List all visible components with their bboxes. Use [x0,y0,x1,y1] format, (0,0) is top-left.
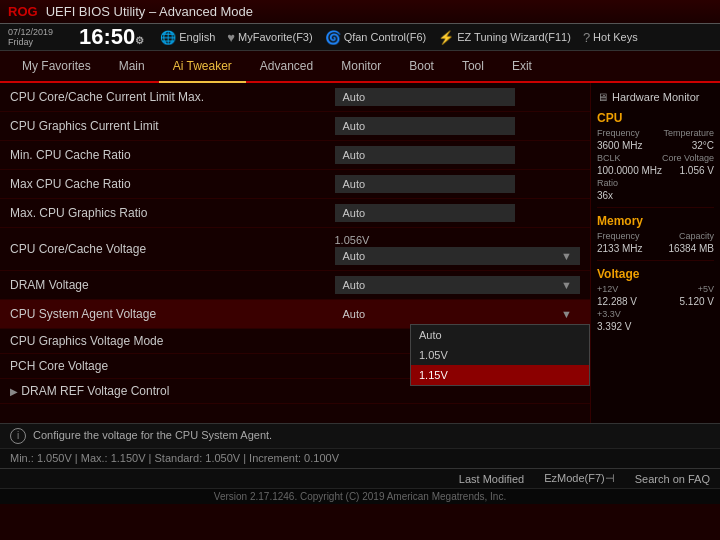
nav-tool[interactable]: Tool [448,51,498,81]
title-text: UEFI BIOS Utility – Advanced Mode [46,4,253,19]
qfan-button[interactable]: 🌀 Qfan Control(F6) [325,30,427,45]
language-selector[interactable]: 🌐 English [160,30,215,45]
dram-voltage-dropdown[interactable]: Auto ▼ [335,276,581,294]
table-row[interactable]: CPU System Agent Voltage Auto ▼ Auto 1.0… [0,300,590,329]
cpu-ratio-value: 36x [597,190,613,201]
setting-label: CPU Core/Cache Current Limit Max. [0,83,325,112]
hw-monitor-label: Hardware Monitor [612,91,699,103]
setting-label: Max. CPU Graphics Ratio [0,199,325,228]
title-bar: ROG UEFI BIOS Utility – Advanced Mode [0,0,720,24]
chevron-down-icon: ▼ [561,279,572,291]
cpu-temp-label: Temperature [663,128,714,138]
setting-label: CPU Graphics Current Limit [0,112,325,141]
ez-tuning-label: EZ Tuning Wizard(F11) [457,31,571,43]
voltage-extra: 1.056V [335,234,370,246]
nav-bar: My Favorites Main Ai Tweaker Advanced Mo… [0,51,720,83]
description-bar: i Configure the voltage for the CPU Syst… [0,423,720,448]
dropdown-selected: Auto [343,308,366,320]
setting-value: Auto ▼ [325,271,591,300]
mem-cap-value: 16384 MB [668,243,714,254]
hot-keys-label: Hot Keys [593,31,638,43]
clock-gear-icon[interactable]: ⚙ [135,35,144,46]
nav-my-favorites[interactable]: My Favorites [8,51,105,81]
setting-value: Auto [325,199,591,228]
v5-value: 5.120 V [680,296,714,307]
nav-advanced[interactable]: Advanced [246,51,327,81]
nav-monitor[interactable]: Monitor [327,51,395,81]
v12-value: 12.288 V [597,296,637,307]
cpu-core-v-label: Core Voltage [662,153,714,163]
nav-exit[interactable]: Exit [498,51,546,81]
divider [597,260,714,261]
qfan-icon: 🌀 [325,30,341,45]
mem-cap-label: Capacity [679,231,714,241]
monitor-icon: 🖥 [597,91,608,103]
cpu-ratio-row: Ratio [597,178,714,188]
table-row[interactable]: CPU Core/Cache Voltage 1.056V Auto ▼ [0,228,590,271]
setting-label: Min. CPU Cache Ratio [0,141,325,170]
v12-row-values: 12.288 V 5.120 V [597,296,714,307]
value-display: Auto [335,175,515,193]
ez-tuning-button[interactable]: ⚡ EZ Tuning Wizard(F11) [438,30,571,45]
cpu-bclk-label: BCLK [597,153,621,163]
table-row[interactable]: CPU Graphics Current Limit Auto [0,112,590,141]
v12-row-labels: +12V +5V [597,284,714,294]
description-text: Configure the voltage for the CPU System… [33,429,272,441]
dropdown-option-1-05v[interactable]: 1.05V [411,345,589,365]
table-row[interactable]: DRAM Voltage Auto ▼ [0,271,590,300]
setting-value: Auto [325,170,591,199]
search-faq-button[interactable]: Search on FAQ [635,473,710,485]
my-favorite-button[interactable]: ♥ MyFavorite(F3) [227,30,312,45]
hardware-monitor-sidebar: 🖥 Hardware Monitor CPU Frequency Tempera… [590,83,720,423]
divider [597,207,714,208]
v33-label: +3.3V [597,309,621,319]
range-text: Min.: 1.050V | Max.: 1.150V | Standard: … [10,452,339,464]
date: 07/12/2019 [8,27,63,37]
datetime: 07/12/2019 Friday [8,27,63,47]
hot-keys-button[interactable]: ? Hot Keys [583,30,638,45]
cpu-cache-voltage-dropdown[interactable]: Auto ▼ [335,247,581,265]
cpu-bclk-value: 100.0000 MHz [597,165,662,176]
voltage-section-title: Voltage [597,267,714,281]
nav-boot[interactable]: Boot [395,51,448,81]
language-label: English [179,31,215,43]
memory-section-title: Memory [597,214,714,228]
rog-logo: ROG [8,4,38,19]
chevron-down-icon: ▼ [561,308,572,320]
mem-row-labels: Frequency Capacity [597,231,714,241]
table-row[interactable]: Max CPU Cache Ratio Auto [0,170,590,199]
cpu-system-agent-dropdown[interactable]: Auto ▼ [335,305,581,323]
expand-arrow-icon: ▶ [10,386,18,397]
qfan-label: Qfan Control(F6) [344,31,427,43]
nav-ai-tweaker[interactable]: Ai Tweaker [159,51,246,83]
last-modified-button[interactable]: Last Modified [459,473,524,485]
v33-row-labels: +3.3V [597,309,714,319]
table-row[interactable]: CPU Core/Cache Current Limit Max. Auto [0,83,590,112]
table-row[interactable]: Min. CPU Cache Ratio Auto [0,141,590,170]
setting-value: Auto [325,112,591,141]
cpu-section-title: CPU [597,111,714,125]
day: Friday [8,37,63,47]
value-display: Auto [335,117,515,135]
setting-value: Auto ▼ Auto 1.05V 1.15V [325,300,591,329]
info-bar: 07/12/2019 Friday 16:50⚙ 🌐 English ♥ MyF… [0,24,720,51]
table-row[interactable]: Max. CPU Graphics Ratio Auto [0,199,590,228]
cpu-bclk-val-row: 100.0000 MHz 1.056 V [597,165,714,176]
info-icon: i [10,428,26,444]
copyright-text: Version 2.17.1246. Copyright (C) 2019 Am… [214,491,506,502]
value-display: Auto [335,146,515,164]
ez-mode-button[interactable]: EzMode(F7)⊣ [544,472,615,485]
chevron-down-icon: ▼ [561,250,572,262]
range-bar: Min.: 1.050V | Max.: 1.150V | Standard: … [0,448,720,468]
setting-label: CPU System Agent Voltage [0,300,325,329]
nav-main[interactable]: Main [105,51,159,81]
ez-tuning-icon: ⚡ [438,30,454,45]
dropdown-selected: Auto [343,250,366,262]
dropdown-option-1-15v[interactable]: 1.15V [411,365,589,385]
dropdown-option-auto[interactable]: Auto [411,325,589,345]
setting-value: Auto [325,83,591,112]
cpu-core-v-value: 1.056 V [680,165,714,176]
dropdown-menu[interactable]: Auto 1.05V 1.15V [410,324,590,386]
dropdown-selected: Auto [343,279,366,291]
setting-label: ▶ DRAM REF Voltage Control [0,379,325,404]
